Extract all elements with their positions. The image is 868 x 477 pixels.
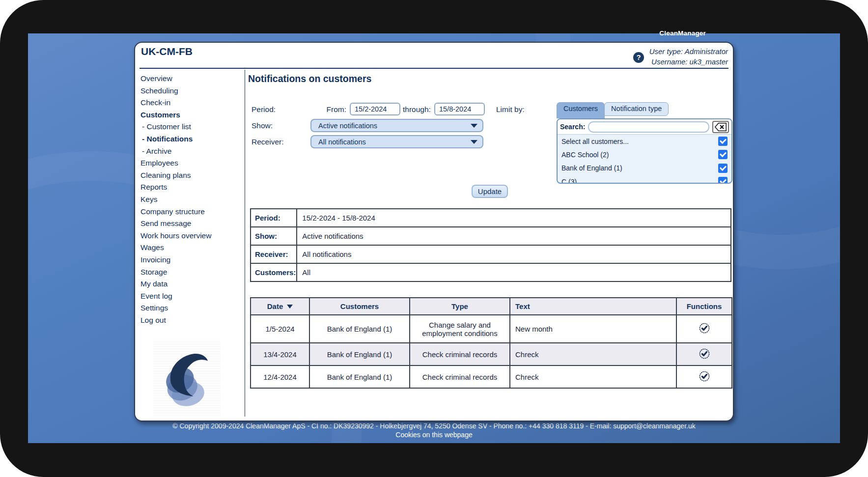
cell-type: Change salary and employment conditions xyxy=(410,315,510,343)
customer-filter-panel: Search: Select all customers... ABC Scho… xyxy=(557,118,732,184)
sidebar-item-storage[interactable]: Storage xyxy=(140,266,241,279)
chevron-down-icon xyxy=(471,140,477,144)
confirm-check-icon[interactable] xyxy=(699,348,710,360)
summary-value: All notifications xyxy=(297,245,731,263)
cell-date: 1/5-2024 xyxy=(251,315,309,343)
cell-date: 12/4-2024 xyxy=(251,365,309,388)
summary-row-period: Period: 15/2-2024 - 15/8-2024 xyxy=(251,209,731,227)
checkbox-checked[interactable] xyxy=(718,164,728,173)
sidebar-item-company-structure[interactable]: Company structure xyxy=(140,206,241,218)
receiver-label: Receiver: xyxy=(252,138,283,146)
column-header-customers: Customers xyxy=(309,298,410,315)
sidebar-item-work-hours-overview[interactable]: Work hours overview xyxy=(140,230,241,242)
sidebar-item-customers[interactable]: Customers xyxy=(140,109,241,121)
checkbox-checked[interactable] xyxy=(718,177,728,184)
chevron-down-icon xyxy=(471,124,477,128)
customer-option-abc-school[interactable]: ABC School (2) xyxy=(558,148,731,161)
column-header-date[interactable]: Date xyxy=(251,298,309,315)
option-label: Select all customers... xyxy=(561,138,718,145)
cell-type: Check criminal records xyxy=(410,343,510,365)
cell-text: Chreck xyxy=(510,343,676,365)
cell-customer: Bank of England (1) xyxy=(309,315,410,343)
sidebar-item-check-in[interactable]: Check-in xyxy=(140,97,241,109)
sidebar-item-overview[interactable]: Overview xyxy=(140,73,241,85)
from-date-input[interactable] xyxy=(350,103,400,115)
sidebar-item-reports[interactable]: Reports xyxy=(140,181,241,194)
cell-customer: Bank of England (1) xyxy=(309,365,410,388)
filter-summary-table: Period: 15/2-2024 - 15/8-2024 Show: Acti… xyxy=(250,208,731,282)
summary-label: Show: xyxy=(251,227,297,245)
column-header-type: Type xyxy=(410,298,510,315)
checkbox-checked[interactable] xyxy=(718,137,728,146)
show-label: Show: xyxy=(252,121,273,130)
confirm-check-icon[interactable] xyxy=(699,322,710,334)
sidebar-item-employees[interactable]: Employees xyxy=(140,157,241,169)
summary-value: Active notifications xyxy=(297,227,731,245)
sidebar-item-send-message[interactable]: Send message xyxy=(140,218,241,230)
search-label: Search: xyxy=(560,123,585,131)
swirl-logo-icon xyxy=(158,347,216,412)
summary-label: Customers: xyxy=(251,263,297,281)
column-header-text: Text xyxy=(510,298,676,315)
cell-customer: Bank of England (1) xyxy=(309,343,410,365)
search-input[interactable] xyxy=(588,121,709,133)
show-dropdown[interactable]: Active notifications xyxy=(310,119,483,132)
limit-by-tabs: Customers Notification type xyxy=(557,102,669,118)
clear-search-button[interactable] xyxy=(712,121,729,133)
through-date-input[interactable] xyxy=(434,103,485,115)
sidebar-item-event-log[interactable]: Event log xyxy=(140,290,241,303)
tab-notification-type[interactable]: Notification type xyxy=(604,102,669,116)
summary-value: All xyxy=(297,263,731,281)
sidebar-item-customer-list[interactable]: - Customer list xyxy=(140,121,241,133)
sidebar-item-archive[interactable]: - Archive xyxy=(140,145,241,158)
table-row: 12/4-2024 Bank of England (1) Check crim… xyxy=(251,365,732,388)
sidebar-item-my-data[interactable]: My data xyxy=(140,278,241,290)
cell-functions xyxy=(676,365,732,388)
page-title: Notifications on customers xyxy=(248,73,371,84)
cell-date: 13/4-2024 xyxy=(251,343,309,365)
period-label: Period: xyxy=(252,105,276,114)
cell-functions xyxy=(676,315,732,343)
summary-row-customers: Customers: All xyxy=(251,263,731,281)
sidebar-nav: Overview Scheduling Check-in Customers -… xyxy=(140,73,241,326)
summary-row-show: Show: Active notifications xyxy=(251,227,731,245)
sort-descending-icon[interactable] xyxy=(287,305,293,309)
user-info: User type: Administrator Username: uk3_m… xyxy=(649,47,728,67)
cell-text: New month xyxy=(510,315,676,343)
through-label: through: xyxy=(403,105,432,114)
sidebar-item-log-out[interactable]: Log out xyxy=(140,314,241,327)
cleanmanager-brand: CleanManager xyxy=(0,29,706,37)
cell-type: Check criminal records xyxy=(410,365,510,388)
sidebar-item-keys[interactable]: Keys xyxy=(140,194,241,206)
header-divider xyxy=(140,68,728,69)
limit-by-label: Limit by: xyxy=(496,105,525,114)
update-button[interactable]: Update xyxy=(472,185,508,198)
column-header-functions: Functions xyxy=(676,298,732,315)
tab-customers[interactable]: Customers xyxy=(557,102,605,118)
customer-option-select-all[interactable]: Select all customers... xyxy=(558,135,731,148)
receiver-dropdown[interactable]: All notifications xyxy=(310,135,483,148)
table-header-row: Date Customers Type Text Functions xyxy=(251,298,732,315)
confirm-check-icon[interactable] xyxy=(699,370,710,382)
sidebar-item-wages[interactable]: Wages xyxy=(140,242,241,254)
cell-functions xyxy=(676,343,732,365)
date-header-label: Date xyxy=(267,302,283,310)
sidebar-item-invoicing[interactable]: Invoicing xyxy=(140,254,241,266)
option-label: ABC School (2) xyxy=(561,151,718,159)
help-question-icon[interactable]: ? xyxy=(633,52,644,63)
sidebar-item-cleaning-plans[interactable]: Cleaning plans xyxy=(140,169,241,182)
sidebar-item-settings[interactable]: Settings xyxy=(140,302,241,314)
app-title: UK-CM-FB xyxy=(141,46,193,57)
checkbox-checked[interactable] xyxy=(718,150,728,159)
sidebar-divider xyxy=(245,70,245,417)
table-row: 13/4-2024 Bank of England (1) Check crim… xyxy=(251,343,732,365)
footer-cookies-link[interactable]: Cookies on this webpage xyxy=(28,431,840,439)
sidebar-item-notifications[interactable]: - Notifications xyxy=(140,133,241,145)
show-dropdown-value: Active notifications xyxy=(318,122,471,130)
sidebar-item-scheduling[interactable]: Scheduling xyxy=(140,85,241,97)
customer-option-c[interactable]: C (3) xyxy=(558,175,731,184)
user-type-label: User type: Administrator xyxy=(649,47,728,57)
option-label: C (3) xyxy=(561,178,718,184)
customer-option-bank-of-england[interactable]: Bank of England (1) xyxy=(558,162,731,175)
summary-value: 15/2-2024 - 15/8-2024 xyxy=(297,209,731,227)
